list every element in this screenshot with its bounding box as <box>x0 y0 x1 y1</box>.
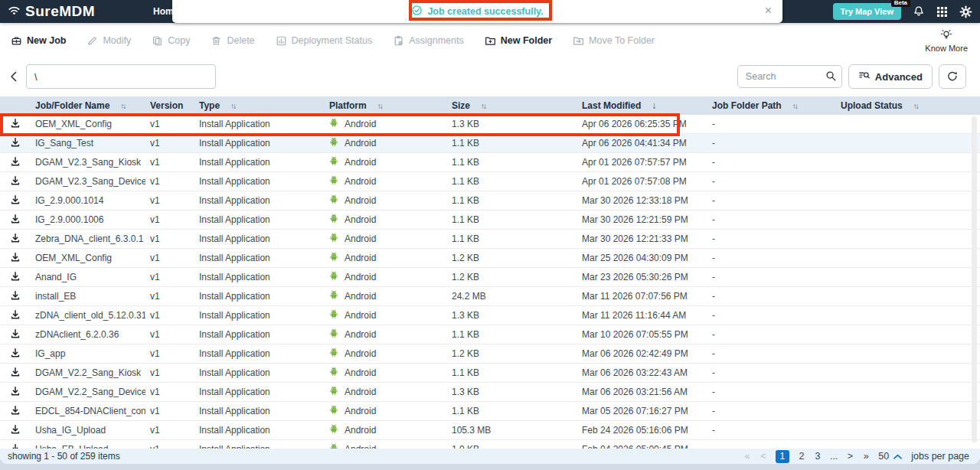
download-icon[interactable] <box>10 137 21 150</box>
column-header-last-modified[interactable]: Last Modified↓ <box>577 100 707 111</box>
first-page-button[interactable]: « <box>743 451 751 462</box>
download-icon[interactable] <box>10 443 21 449</box>
assignments-button[interactable]: Assignments <box>393 35 464 47</box>
showing-count-label: showing 1 - 50 of 259 items <box>8 451 120 462</box>
page-size-selector[interactable]: 50 <box>878 451 903 462</box>
apps-grid-icon[interactable] <box>936 6 948 18</box>
table-row[interactable]: Zebra_DNA_client_6.3.0.1v1Install Applic… <box>0 230 980 249</box>
prev-page-button[interactable]: < <box>760 451 767 462</box>
notifications-bell-icon[interactable] <box>913 5 925 18</box>
download-icon[interactable] <box>10 405 21 418</box>
table-row[interactable]: OEM_XML_Configv1Install ApplicationAndro… <box>0 115 980 134</box>
folder-path-input[interactable] <box>26 64 216 89</box>
table-row[interactable]: OEM_XML_Configv1Install ApplicationAndro… <box>0 249 980 268</box>
sort-icon[interactable]: ↑↓ <box>913 102 918 110</box>
column-header-type[interactable]: Type↑↓ <box>194 100 325 111</box>
new-job-button[interactable]: New Job <box>11 35 66 47</box>
page-button-3[interactable]: 3 <box>814 451 822 462</box>
sort-icon[interactable]: ↑↓ <box>230 102 235 110</box>
job-size: 1.1 KB <box>447 195 577 206</box>
download-icon[interactable] <box>10 118 21 131</box>
settings-gear-icon[interactable] <box>959 5 972 18</box>
success-toast: Job created successfully. <box>411 5 543 18</box>
android-icon <box>329 424 338 436</box>
table-row[interactable]: install_EBv1Install ApplicationAndroid24… <box>0 287 980 306</box>
column-header-platform[interactable]: Platform↑↓ <box>325 100 447 111</box>
vertical-scrollbar[interactable] <box>972 116 977 442</box>
job-name: zDNA_client_old_5.12.0.31 <box>31 310 145 321</box>
page-button-2[interactable]: 2 <box>798 451 805 462</box>
table-row[interactable]: DGAM_V2.2_Sang_Devicev1Install Applicati… <box>0 383 980 402</box>
sort-icon[interactable]: ↑↓ <box>120 102 125 110</box>
last-page-button[interactable]: » <box>862 451 870 462</box>
sort-icon[interactable]: ↑↓ <box>792 102 797 110</box>
download-icon[interactable] <box>10 367 21 380</box>
job-name: zDNAclient_6.2.0.36 <box>31 329 145 340</box>
column-header-job-folder-path[interactable]: Job Folder Path↑↓ <box>707 100 836 111</box>
table-row[interactable]: zDNA_client_old_5.12.0.31v1Install Appli… <box>0 306 980 325</box>
job-version: v1 <box>145 253 194 263</box>
download-icon[interactable] <box>10 309 21 322</box>
delete-button[interactable]: Delete <box>211 35 254 47</box>
job-type: Install Application <box>194 387 325 397</box>
table-row[interactable]: IG_2.9.000.1014v1Install ApplicationAndr… <box>0 191 980 211</box>
job-version: v1 <box>145 367 194 378</box>
column-header-job-folder-name[interactable]: Job/Folder Name↑↓ <box>31 100 145 111</box>
table-row[interactable]: Usha_IG_Uploadv1Install ApplicationAndro… <box>0 421 980 440</box>
android-icon <box>329 290 338 302</box>
sort-icon[interactable]: ↑↓ <box>377 102 382 110</box>
download-icon[interactable] <box>10 290 21 303</box>
download-icon[interactable] <box>10 156 21 169</box>
table-row[interactable]: DGAM_V2.3_Sang_Kioskv1Install Applicatio… <box>0 153 980 172</box>
table-row[interactable]: EDCL_854-DNAClient_configv1Install Appli… <box>0 402 980 421</box>
platform-label: Android <box>345 329 376 340</box>
sort-desc-icon[interactable]: ↓ <box>652 100 656 111</box>
modify-button[interactable]: Modify <box>87 35 131 47</box>
download-icon[interactable] <box>10 175 21 188</box>
back-chevron-icon[interactable] <box>9 70 26 83</box>
table-row[interactable]: Usha_EB_Uploadv1Install ApplicationAndro… <box>0 440 980 449</box>
table-row[interactable]: Anand_IGv1Install ApplicationAndroid1.2 … <box>0 268 980 287</box>
android-icon <box>329 214 338 226</box>
new-folder-icon <box>485 35 496 47</box>
table-row[interactable]: IG_Sang_Testv1Install ApplicationAndroid… <box>0 134 980 153</box>
column-header-size[interactable]: Size↑↓ <box>447 100 577 111</box>
table-row[interactable]: IG_2.9.000.1006v1Install ApplicationAndr… <box>0 211 980 230</box>
column-header-version[interactable]: Version <box>145 100 194 111</box>
next-page-button[interactable]: > <box>846 451 854 462</box>
download-icon[interactable] <box>10 233 21 246</box>
job-folder-path: - <box>707 406 836 416</box>
refresh-button[interactable] <box>939 64 966 89</box>
download-icon[interactable] <box>10 328 21 341</box>
table-row[interactable]: DGAM_V2.2_Sang_Kioskv1Install Applicatio… <box>0 364 980 383</box>
know-more-button[interactable]: Know More <box>925 29 968 53</box>
download-icon[interactable] <box>10 386 21 399</box>
download-icon[interactable] <box>10 194 21 207</box>
toast-close-icon[interactable]: × <box>765 3 772 18</box>
copy-button[interactable]: Copy <box>152 35 190 47</box>
platform-label: Android <box>345 406 376 416</box>
column-header-upload-status[interactable]: Upload Status↑↓ <box>836 100 980 111</box>
move-to-folder-button[interactable]: Move To Folder <box>573 35 655 47</box>
download-icon[interactable] <box>10 214 21 227</box>
page-button-1[interactable]: 1 <box>776 450 789 463</box>
job-name: IG_2.9.000.1006 <box>31 214 145 225</box>
deployment-status-icon <box>276 35 287 47</box>
job-type: Install Application <box>194 214 325 225</box>
download-icon[interactable] <box>10 271 21 284</box>
download-icon[interactable] <box>10 424 21 437</box>
table-row[interactable]: zDNAclient_6.2.0.36v1Install Application… <box>0 325 980 344</box>
platform-label: Android <box>345 291 376 302</box>
download-icon[interactable] <box>10 252 21 265</box>
download-icon[interactable] <box>10 348 21 361</box>
deployment-status-button[interactable]: Deployment Status <box>276 35 373 47</box>
try-map-view-button[interactable]: Try Map View Beta <box>833 3 902 20</box>
page-ellipsis[interactable]: ... <box>830 451 838 462</box>
table-row[interactable]: DGAM_V2.3_Sang_Devicesv1Install Applicat… <box>0 172 980 191</box>
advanced-search-button[interactable]: Advanced <box>848 64 933 89</box>
table-row[interactable]: IG_appv1Install ApplicationAndroid1.2 KB… <box>0 344 980 364</box>
new-folder-button[interactable]: New Folder <box>485 35 552 47</box>
sort-icon[interactable]: ↑↓ <box>481 102 485 110</box>
pagination: « < 123... > » 50 jobs per page <box>743 450 969 463</box>
brand-logo[interactable]: SureMDM <box>8 0 95 23</box>
